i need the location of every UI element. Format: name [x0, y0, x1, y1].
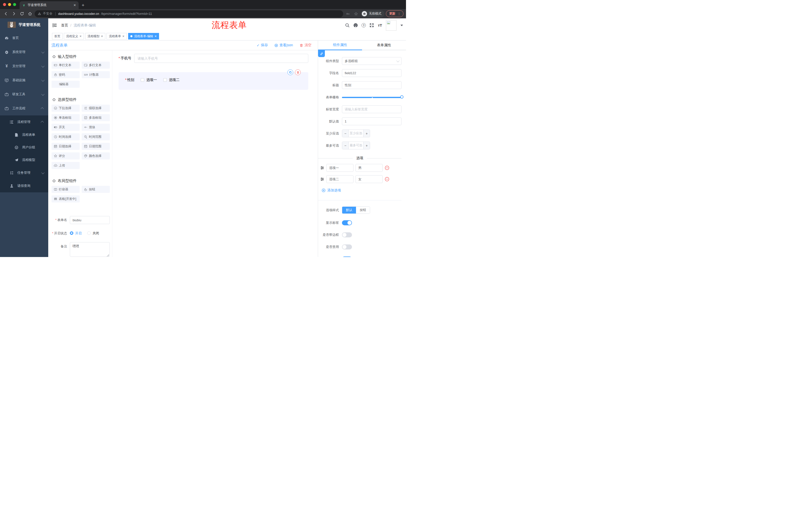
fullscreen-icon[interactable]	[369, 23, 374, 28]
stepper-increase-button[interactable]: +	[363, 130, 370, 137]
sidebar-logo[interactable]: 芋道管理系统	[0, 18, 48, 31]
option-value-input[interactable]	[355, 175, 383, 183]
sidebar-item-process-form[interactable]: 流程表单	[0, 129, 48, 141]
component-time-range[interactable]: 时间范围	[82, 133, 110, 140]
form-name-input[interactable]	[70, 216, 110, 224]
grid-slider[interactable]	[342, 93, 402, 101]
maximize-window-button[interactable]	[13, 3, 16, 6]
sidebar-item-process-model[interactable]: 流程模型	[0, 154, 48, 166]
tag-close-icon[interactable]: ✕	[122, 35, 124, 38]
link-handle[interactable]	[318, 50, 325, 57]
tag-close-icon[interactable]: ✕	[101, 35, 103, 38]
add-option-button[interactable]: 添加选项	[322, 188, 402, 193]
checkbox-unchecked-icon[interactable]	[163, 78, 167, 82]
minimize-window-button[interactable]	[8, 3, 11, 6]
canvas-field-gender-selected[interactable]: 性别 选项一 选项二	[119, 72, 308, 90]
url-bar[interactable]: 不安全 dashboard.yudao.iocoder.cn/bpm/manag…	[35, 10, 343, 17]
sidebar-item-payment[interactable]: ¥ 支付管理	[0, 59, 48, 73]
component-textarea[interactable]: 多行文本	[82, 62, 110, 69]
remove-option-button[interactable]	[385, 177, 389, 182]
component-row-container[interactable]: 行容器	[52, 186, 80, 193]
checkbox-unchecked-icon[interactable]	[141, 78, 144, 82]
component-upload[interactable]: 上传	[52, 162, 80, 169]
close-window-button[interactable]	[3, 3, 6, 6]
component-type-select[interactable]	[342, 57, 402, 65]
title-input[interactable]	[342, 81, 402, 89]
component-rate[interactable]: 评分	[52, 153, 80, 159]
component-select[interactable]: 下拉选择	[52, 105, 80, 112]
stepper-placeholder[interactable]: 至少应选	[349, 130, 363, 137]
sidebar-item-system[interactable]: 系统管理	[0, 45, 48, 59]
component-type-value[interactable]	[342, 57, 402, 65]
sidebar-item-leave-query[interactable]: 请假查询	[0, 179, 48, 192]
field-name-input[interactable]	[342, 69, 402, 77]
search-icon[interactable]	[345, 23, 350, 28]
component-date-range[interactable]: 日期范围	[82, 143, 110, 150]
sidebar-fold-icon[interactable]	[52, 23, 57, 28]
tab-close-icon[interactable]: ✕	[74, 3, 76, 7]
stepper-decrease-button[interactable]: −	[342, 130, 349, 137]
sidebar-item-task-mgmt[interactable]: 任务管理	[0, 166, 48, 179]
tab-form-props[interactable]: 表单属性	[362, 40, 406, 50]
bookmark-star-icon[interactable]	[353, 10, 359, 17]
help-icon[interactable]: ?	[361, 23, 366, 27]
component-date-picker[interactable]: 日期选择	[52, 143, 80, 150]
tag-process-definition[interactable]: 流程定义✕	[64, 33, 84, 39]
form-remark-textarea[interactable]: 嘿嘿	[70, 242, 110, 257]
option-name-input[interactable]	[326, 175, 353, 183]
tag-home[interactable]: 首页	[52, 33, 63, 39]
sidebar-item-home[interactable]: 首页	[0, 31, 48, 45]
clear-button[interactable]: 清空	[299, 43, 312, 48]
tab-component-props[interactable]: 组件属性	[318, 40, 362, 50]
avatar-caret-icon[interactable]	[401, 25, 403, 26]
component-time-picker[interactable]: 时间选择	[52, 133, 80, 140]
stepper-decrease-button[interactable]: −	[342, 142, 349, 149]
remove-option-button[interactable]	[385, 165, 389, 170]
status-radio-on[interactable]: 开启	[70, 231, 82, 236]
drag-handle-icon[interactable]	[320, 166, 324, 170]
form-canvas[interactable]: 手机号	[112, 50, 318, 257]
component-radio-group[interactable]: 单选框组	[52, 114, 80, 121]
forward-icon[interactable]	[10, 10, 17, 17]
font-size-icon[interactable]: ᴛT	[378, 23, 382, 28]
phone-field-input[interactable]	[134, 54, 308, 63]
canvas-field-phone[interactable]: 手机号	[119, 54, 308, 63]
delete-component-button[interactable]	[295, 70, 301, 75]
avatar[interactable]	[386, 20, 397, 31]
component-table[interactable]: 表格[开发中]	[52, 195, 80, 202]
duplicate-component-button[interactable]	[287, 70, 293, 75]
component-text-field[interactable]: 单行文本	[52, 62, 80, 69]
style-button-button[interactable]: 按钮	[356, 207, 370, 214]
browser-menu-kebab-icon[interactable]: ⋮	[398, 12, 401, 16]
status-radio-off[interactable]: 关闭	[87, 231, 99, 236]
disabled-switch[interactable]	[342, 244, 352, 249]
save-button[interactable]: ✓ 保存	[257, 43, 268, 48]
back-icon[interactable]	[2, 10, 9, 17]
browser-tab[interactable]: 芋道管理系统 ✕	[20, 1, 79, 9]
password-key-icon[interactable]	[345, 10, 351, 17]
tag-process-model[interactable]: 流程模型✕	[85, 33, 105, 39]
component-button[interactable]: 按钮	[82, 186, 110, 193]
sidebar-item-user-groups[interactable]: 用户分组	[0, 141, 48, 154]
option-value-input[interactable]	[355, 164, 383, 172]
reload-icon[interactable]	[19, 10, 25, 17]
component-slider[interactable]: 滑块	[82, 124, 110, 131]
gender-option-2[interactable]: 选项二	[163, 78, 179, 82]
tag-process-form-edit[interactable]: 流程表单-编辑✕	[128, 33, 159, 39]
component-color-picker[interactable]: 颜色选择	[82, 153, 110, 159]
tag-close-icon[interactable]: ✕	[79, 35, 82, 38]
component-password[interactable]: 密码	[52, 71, 80, 78]
tag-close-icon[interactable]: ✕	[154, 35, 157, 38]
stepper-increase-button[interactable]: +	[363, 142, 370, 149]
bordered-switch[interactable]	[342, 232, 352, 237]
stepper-placeholder[interactable]: 最多可选	[349, 142, 363, 149]
component-counter[interactable]: 123计数器	[82, 71, 110, 78]
sidebar-item-infra[interactable]: 基础设施	[0, 73, 48, 87]
sidebar-item-process-mgmt[interactable]: 流程管理	[0, 115, 48, 129]
breadcrumb-home[interactable]: 首页	[61, 23, 68, 28]
gender-option-1[interactable]: 选项一	[141, 78, 157, 82]
view-json-button[interactable]: 查看json	[274, 43, 293, 48]
component-switch[interactable]: 开关	[52, 124, 80, 131]
option-name-input[interactable]	[326, 164, 353, 172]
tag-process-form[interactable]: 流程表单✕	[107, 33, 127, 39]
